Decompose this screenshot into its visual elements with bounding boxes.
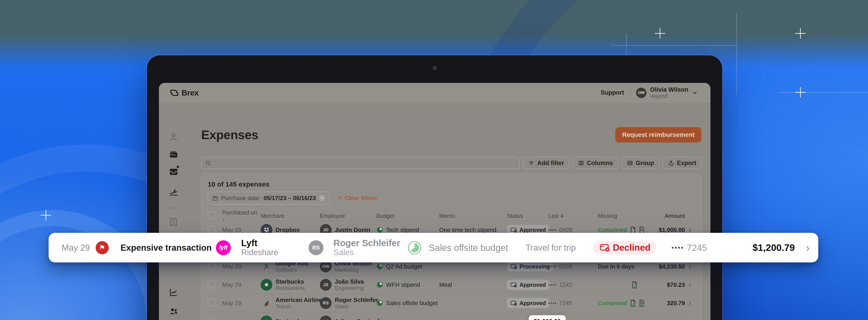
columns-label: Columns <box>587 159 613 167</box>
employee-name: Adison Curtis <box>335 318 373 320</box>
export-label: Export <box>677 159 696 167</box>
starbucks-logo: ★ <box>260 279 272 291</box>
table-row[interactable]: May 29 American AirlinesTravel RS Roger … <box>208 294 695 312</box>
card-check-icon <box>510 282 517 288</box>
blueprint-line <box>778 92 868 93</box>
brand-name: Brex <box>182 88 199 97</box>
search-input[interactable] <box>214 159 516 167</box>
group-label: Group <box>636 159 654 167</box>
row-checkbox[interactable] <box>208 299 215 307</box>
cards-icon <box>168 150 179 159</box>
sidebar-item-analytics[interactable] <box>168 287 179 297</box>
budget-pie-icon <box>376 281 383 288</box>
merchant-name: Starbucks <box>276 278 305 285</box>
plus-marker <box>795 28 806 39</box>
hero-last4: 7245 <box>687 243 707 253</box>
employee-name: Roger Schleifer <box>335 296 378 304</box>
col-amount[interactable]: Amount <box>654 213 685 219</box>
row-chevron-icon[interactable]: › <box>685 262 695 271</box>
hero-chevron-icon[interactable]: › <box>806 242 810 254</box>
missing-status: Completed <box>598 227 627 233</box>
avatar: OW <box>636 87 647 98</box>
budget-name: Tech stipend <box>386 226 419 234</box>
col-missing[interactable]: Missing <box>598 213 654 219</box>
purchase-date-filter-chip[interactable]: Purchase date: 05/17/23 – 06/16/23 ✕ <box>208 192 330 204</box>
col-last4[interactable]: Last 4 <box>548 213 598 219</box>
export-icon <box>668 160 674 166</box>
row-checkbox[interactable] <box>208 225 215 233</box>
budget-pie-icon <box>376 318 383 320</box>
row-checkbox[interactable] <box>208 317 215 320</box>
col-purchased-on[interactable]: Purchased on ↓ <box>222 209 260 222</box>
export-button[interactable]: Export <box>663 157 702 169</box>
table-row[interactable]: ★ Starbucks AC Adison Curtis $1,000.00 <box>208 312 695 320</box>
row-checkbox[interactable] <box>208 281 215 288</box>
cell-amount: 320.79 <box>654 300 685 307</box>
sidebar-item-profile[interactable] <box>168 132 179 142</box>
webcam-dot <box>433 66 436 70</box>
brex-mark-icon <box>170 89 179 97</box>
hero-merchant-name: Lyft <box>241 238 278 248</box>
merchant-name: Dropbox <box>276 226 300 234</box>
cell-memo: Meal <box>439 281 507 288</box>
app-window: Brex Support OW Olivia Wilson Veyond <box>159 83 710 320</box>
sidebar-item-company[interactable] <box>168 217 179 227</box>
lyft-logo: lyft <box>216 240 231 255</box>
cell-last4: 1242 <box>559 281 572 288</box>
receipt-check-icon <box>632 281 638 288</box>
clear-filters-button[interactable]: ✕ Clear filters <box>338 195 377 202</box>
sidebar-item-travel[interactable] <box>168 187 179 197</box>
search-box[interactable] <box>201 157 520 169</box>
laptop-mockup: Brex Support OW Olivia Wilson Veyond <box>147 55 722 320</box>
merchant-name: Starbucks <box>276 318 304 320</box>
plus-marker <box>41 210 51 220</box>
brush-swirl <box>0 210 163 320</box>
cell-last4: 0928 <box>559 226 572 234</box>
col-budget[interactable]: Budget <box>376 213 439 219</box>
card-check-icon <box>510 227 517 233</box>
select-all-checkbox[interactable] <box>208 211 215 219</box>
declined-badge: Declined <box>594 241 656 254</box>
cell-memo: One time tech stipend <box>439 226 507 234</box>
cell-last4: 7245 <box>559 300 572 307</box>
receipt-icon <box>630 226 636 234</box>
support-link[interactable]: Support <box>600 89 624 96</box>
svg-text:$: $ <box>641 228 643 232</box>
hero-memo: Travel for trip <box>526 243 576 252</box>
card-declined-icon <box>600 243 610 252</box>
hero-employee-avatar: RS <box>309 240 323 255</box>
table-row[interactable]: May 29 ★ StarbucksRestaurants JS João Si… <box>208 276 695 294</box>
row-chevron-icon[interactable]: › <box>685 299 695 307</box>
user-menu[interactable]: OW Olivia Wilson Veyond <box>636 86 698 99</box>
columns-button[interactable]: Columns <box>573 157 618 169</box>
budget-name: Sales offsite budget <box>386 300 438 307</box>
remove-filter-icon[interactable]: ✕ <box>319 195 326 202</box>
merchant-name: American Airlines <box>276 296 325 304</box>
company-icon <box>168 217 179 227</box>
cell-amount: $70.23 <box>654 281 685 288</box>
missing-status: Completed <box>598 300 627 307</box>
status-badge: Approved <box>507 280 549 290</box>
brex-logo[interactable]: Brex <box>170 88 199 97</box>
col-merchant[interactable]: Merchant <box>260 213 320 219</box>
budget-pie-icon <box>376 300 383 307</box>
chevron-down-icon <box>692 90 698 96</box>
add-filter-button[interactable]: Add filter <box>523 157 569 169</box>
sidebar-item-inbox[interactable] <box>168 167 179 177</box>
sidebar-item-cards[interactable] <box>168 150 179 159</box>
cell-date: May 29 <box>222 263 260 270</box>
group-button[interactable]: Group <box>622 157 659 169</box>
profile-icon <box>168 132 179 142</box>
amount-tooltip: $1,000.00 <box>529 315 566 320</box>
add-filter-label: Add filter <box>537 159 564 167</box>
cell-amount: $4,230.50 <box>654 263 685 270</box>
col-status[interactable]: Status <box>507 213 548 219</box>
request-reimbursement-button[interactable]: Request reimbursement <box>615 127 702 142</box>
sidebar-item-team[interactable] <box>168 306 179 316</box>
highlighted-expense-row[interactable]: May 29 ⚑ Expensive transaction lyft Lyft… <box>49 233 818 262</box>
col-memo[interactable]: Memo <box>439 213 507 219</box>
svg-text:$: $ <box>641 301 643 304</box>
col-employee[interactable]: Employee <box>320 213 376 219</box>
row-checkbox[interactable] <box>208 262 215 270</box>
row-chevron-icon[interactable]: › <box>685 281 695 289</box>
